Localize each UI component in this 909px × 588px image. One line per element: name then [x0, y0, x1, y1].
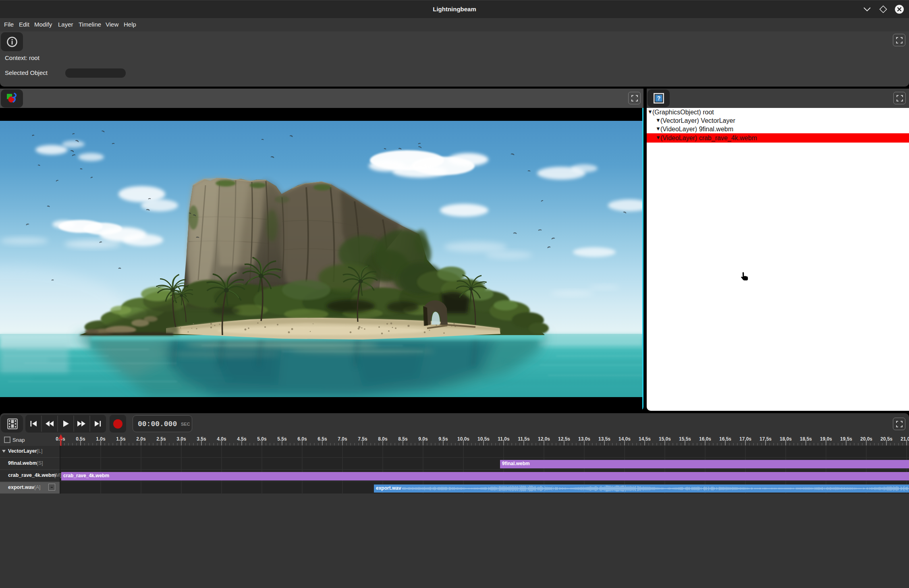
svg-text:?: ? [657, 95, 661, 101]
